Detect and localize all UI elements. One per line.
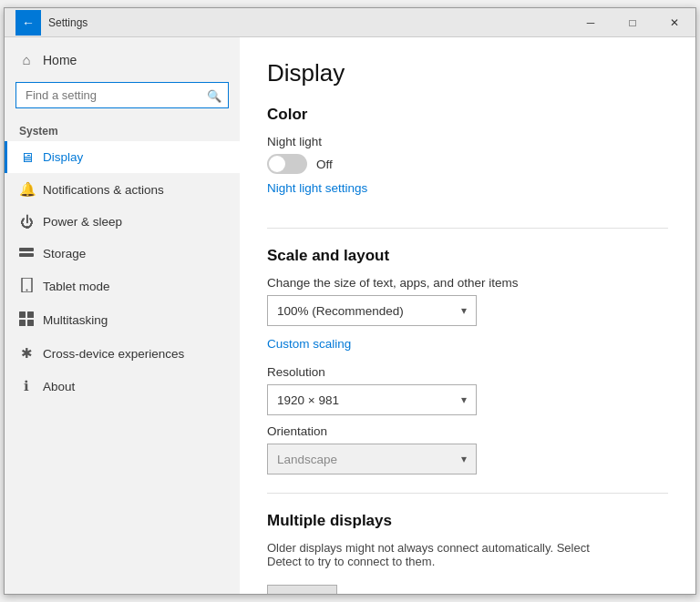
back-button[interactable]: ← — [15, 10, 41, 36]
night-light-label: Night light — [267, 135, 668, 148]
page-title: Display — [267, 59, 668, 87]
night-light-value: Off — [316, 158, 333, 171]
svg-rect-5 — [27, 311, 34, 318]
search-box: 🔍 — [15, 82, 229, 108]
search-input[interactable] — [15, 82, 229, 108]
resolution-value: 1920 × 981 — [277, 393, 339, 407]
night-light-settings-link[interactable]: Night light settings — [267, 181, 367, 195]
titlebar-left: ← Settings — [15, 10, 88, 36]
svg-rect-0 — [19, 248, 34, 251]
svg-point-3 — [26, 290, 27, 291]
multiple-displays-section-title: Multiple displays — [267, 512, 668, 530]
scale-change-label: Change the size of text, apps, and other… — [267, 276, 668, 290]
sidebar-item-power-label: Power & sleep — [43, 215, 122, 229]
crossdevice-icon: ✱ — [19, 345, 34, 362]
settings-window: ← Settings ─ □ ✕ ⌂ Home 🔍 System — [4, 7, 696, 595]
window-controls: ─ □ ✕ — [570, 8, 695, 37]
notifications-icon: 🔔 — [19, 181, 34, 198]
toggle-thumb — [269, 156, 285, 172]
main-content: Display Color Night light Off Night ligh… — [240, 37, 695, 594]
sidebar-item-multitasking[interactable]: Multitasking — [5, 303, 240, 337]
sidebar-item-home[interactable]: ⌂ Home — [5, 45, 240, 75]
custom-scaling-link[interactable]: Custom scaling — [267, 337, 351, 351]
sidebar-item-power[interactable]: ⏻ Power & sleep — [5, 206, 240, 238]
power-icon: ⏻ — [19, 214, 34, 230]
svg-rect-7 — [27, 320, 34, 326]
scale-dropdown[interactable]: 100% (Recommended) ▾ — [267, 295, 477, 326]
sidebar: ⌂ Home 🔍 System 🖥 Display 🔔 Notification… — [5, 37, 240, 594]
scale-section-title: Scale and layout — [267, 247, 668, 265]
tablet-icon — [19, 278, 34, 295]
maximize-button[interactable]: □ — [612, 8, 654, 37]
sidebar-item-notifications[interactable]: 🔔 Notifications & actions — [5, 173, 240, 206]
window-title: Settings — [48, 16, 88, 29]
multiple-displays-desc: Older displays might not always connect … — [267, 541, 595, 568]
scale-dropdown-arrow: ▾ — [461, 304, 467, 317]
orientation-label: Orientation — [267, 424, 668, 438]
titlebar: ← Settings ─ □ ✕ — [5, 8, 695, 37]
close-button[interactable]: ✕ — [654, 8, 695, 37]
detect-button[interactable]: Detect — [267, 585, 337, 594]
orientation-dropdown-arrow: ▾ — [461, 453, 467, 465]
night-light-toggle-row: Off — [267, 154, 668, 174]
home-label: Home — [43, 53, 77, 67]
svg-rect-4 — [19, 311, 26, 318]
sidebar-item-tablet-label: Tablet mode — [43, 280, 110, 293]
sidebar-item-crossdevice-label: Cross-device experiences — [43, 347, 184, 361]
svg-rect-1 — [19, 253, 34, 257]
content-area: ⌂ Home 🔍 System 🖥 Display 🔔 Notification… — [5, 37, 695, 594]
resolution-dropdown[interactable]: 1920 × 981 ▾ — [267, 384, 477, 415]
resolution-dropdown-arrow: ▾ — [461, 393, 467, 406]
color-section-title: Color — [267, 106, 668, 124]
search-icon: 🔍 — [207, 88, 221, 102]
scale-value: 100% (Recommended) — [277, 304, 404, 318]
orientation-dropdown[interactable]: Landscape ▾ — [267, 444, 477, 474]
svg-rect-6 — [19, 320, 26, 326]
orientation-value: Landscape — [277, 453, 337, 466]
divider-1 — [267, 228, 668, 229]
sidebar-item-about[interactable]: ℹ About — [5, 370, 240, 403]
sidebar-item-about-label: About — [43, 380, 75, 393]
sidebar-item-tablet[interactable]: Tablet mode — [5, 270, 240, 303]
multitasking-icon — [19, 311, 34, 329]
resolution-label: Resolution — [267, 365, 668, 379]
about-icon: ℹ — [19, 378, 34, 394]
night-light-toggle[interactable] — [267, 154, 307, 174]
sidebar-item-display[interactable]: 🖥 Display — [5, 141, 240, 173]
sidebar-section-label: System — [5, 116, 240, 141]
sidebar-item-storage[interactable]: Storage — [5, 238, 240, 270]
sidebar-item-storage-label: Storage — [43, 247, 86, 260]
home-icon: ⌂ — [19, 52, 34, 67]
divider-2 — [267, 493, 668, 494]
display-icon: 🖥 — [19, 149, 34, 165]
storage-icon — [19, 246, 34, 261]
sidebar-item-notifications-label: Notifications & actions — [43, 183, 164, 197]
sidebar-item-crossdevice[interactable]: ✱ Cross-device experiences — [5, 337, 240, 370]
minimize-button[interactable]: ─ — [570, 8, 612, 37]
sidebar-item-multitasking-label: Multitasking — [43, 313, 108, 327]
sidebar-item-display-label: Display — [43, 150, 83, 164]
